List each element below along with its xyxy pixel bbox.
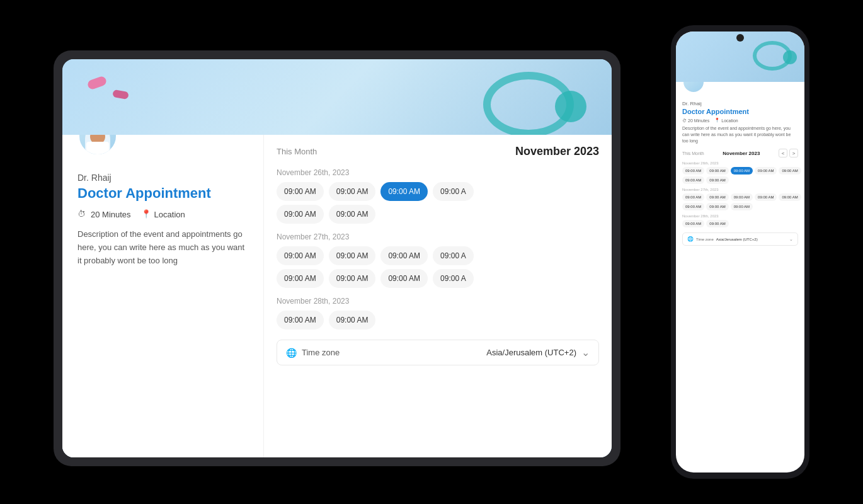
phone-slot[interactable]: 09:00 AM	[731, 193, 753, 201]
phone-calendar-header: This Month November 2023 < >	[682, 149, 798, 158]
event-description: Description of the event and appointment…	[77, 228, 248, 267]
phone-chevron-down-icon: ⌄	[789, 237, 793, 242]
time-slot[interactable]: 09:00 A	[433, 182, 474, 201]
time-slot[interactable]: 09:00 AM	[277, 311, 324, 329]
phone-location: Location	[721, 118, 738, 123]
left-panel-info: Dr. Rhaij Doctor Appointment ⏱ 20 Minute…	[77, 173, 248, 268]
phone-slots-row-2: 09:00 AM 09:00 AM	[682, 176, 798, 184]
phone-slots-row-1: 09:00 AM 09:00 AM 09:00 AM 09:00 AM 09:0…	[682, 167, 798, 175]
time-slot[interactable]: 09:00 A	[433, 269, 474, 288]
time-slots-row-3: 09:00 AM 09:00 AM 09:00 AM 09:00 A	[277, 246, 599, 265]
time-slot[interactable]: 09:00 AM	[329, 205, 376, 224]
location-meta: 📍 Location	[141, 209, 185, 219]
phone-screen: Dr. Rhaij Doctor Appointment ⏱ 20 Minute…	[676, 32, 804, 472]
time-slots-row-4: 09:00 AM 09:00 AM 09:00 AM 09:00 A	[277, 269, 599, 288]
phone-next-button[interactable]: >	[789, 149, 798, 158]
phone-slot[interactable]: 09:00 AM	[755, 193, 777, 201]
phone-slot[interactable]: 09:00 AM	[682, 220, 704, 227]
phone-nav-buttons: < >	[779, 149, 798, 158]
phone-duration: 20 Minutes	[688, 118, 709, 123]
tablet-screen: Dr. Rhaij Doctor Appointment ⏱ 20 Minute…	[62, 59, 612, 457]
phone-description: Description of the event and appointment…	[682, 125, 798, 144]
time-slot[interactable]: 09:00 AM	[329, 182, 376, 201]
phone-date-group-nov26: November 26th, 2023 09:00 AM 09:00 AM 09…	[682, 161, 798, 184]
phone-prev-button[interactable]: <	[779, 149, 787, 158]
phone-globe-icon: 🌐	[687, 236, 694, 242]
time-slot[interactable]: 09:00 A	[433, 246, 474, 265]
duration-meta: ⏱ 20 Minutes	[77, 209, 131, 219]
date-label-nov27: November 27th, 2023	[277, 232, 599, 241]
meta-row: ⏱ 20 Minutes 📍 Location	[77, 209, 248, 219]
tablet-device: Dr. Rhaij Doctor Appointment ⏱ 20 Minute…	[54, 50, 620, 466]
month-title: November 2023	[515, 145, 599, 158]
phone-slot[interactable]: 09:00 AM	[706, 167, 728, 175]
phone-slot[interactable]: 09:00 AM	[682, 203, 704, 210]
phone-clock-icon: ⏱	[682, 118, 687, 123]
time-slot[interactable]: 09:00 AM	[329, 269, 376, 288]
time-slot[interactable]: 09:00 AM	[380, 246, 428, 265]
time-slot[interactable]: 09:00 AM	[277, 182, 324, 201]
phone-date-label-nov28: November 28th, 2023	[682, 214, 798, 218]
date-group-nov26: November 26th, 2023 09:00 AM 09:00 AM 09…	[277, 168, 599, 224]
phone-date-label-nov27: November 27th, 2023	[682, 188, 798, 192]
phone-slot[interactable]: 09:00 AM	[682, 193, 704, 201]
timezone-label: Time zone	[302, 348, 481, 357]
chevron-down-icon: ⌄	[581, 346, 590, 358]
right-panel-calendar: This Month November 2023 November 26th, …	[264, 135, 612, 457]
phone-device: Dr. Rhaij Doctor Appointment ⏱ 20 Minute…	[671, 25, 809, 479]
phone-duration-meta: ⏱ 20 Minutes	[682, 118, 709, 123]
tablet-content-area: Dr. Rhaij Doctor Appointment ⏱ 20 Minute…	[62, 135, 612, 457]
scene: Dr. Rhaij Doctor Appointment ⏱ 20 Minute…	[54, 25, 809, 479]
tablet-header-image	[62, 59, 612, 135]
phone-slot[interactable]: 09:00 AM	[755, 167, 777, 175]
phone-body: Dr. Rhaij Doctor Appointment ⏱ 20 Minute…	[676, 82, 804, 472]
phone-avatar	[682, 82, 705, 93]
phone-slots-row-4: 09:00 AM 09:00 AM 09:00 AM	[682, 203, 798, 210]
phone-slot[interactable]: 09:00 AM	[706, 193, 728, 201]
date-label-nov28: November 28th, 2023	[277, 297, 599, 306]
location-label: Location	[154, 210, 185, 219]
date-group-nov27: November 27th, 2023 09:00 AM 09:00 AM 09…	[277, 232, 599, 288]
phone-slot[interactable]: 09:00 AM	[731, 203, 753, 210]
time-slots-row-2: 09:00 AM 09:00 AM	[277, 205, 599, 224]
this-month-label: This Month	[277, 147, 317, 156]
avatar-coat	[86, 142, 109, 154]
phone-slot[interactable]: 09:00 AM	[706, 176, 728, 184]
timezone-row[interactable]: 🌐 Time zone Asia/Jerusalem (UTC+2) ⌄	[277, 340, 599, 365]
phone-date-label-nov26: November 26th, 2023	[682, 161, 798, 165]
time-slot[interactable]: 09:00 AM	[277, 205, 324, 224]
phone-notch	[736, 34, 744, 42]
phone-slots-row-5: 09:00 AM 09:00 AM	[682, 220, 798, 227]
phone-slot[interactable]: 09:00 AM	[779, 193, 801, 201]
avatar	[77, 135, 118, 156]
phone-slot[interactable]: 09:00 AM	[706, 203, 728, 210]
phone-meta-row: ⏱ 20 Minutes 📍 Location	[682, 118, 798, 123]
phone-timezone-label: Time zone	[696, 238, 714, 241]
time-slot[interactable]: 09:00 AM	[277, 269, 324, 288]
phone-date-group-nov27: November 27th, 2023 09:00 AM 09:00 AM 09…	[682, 188, 798, 210]
phone-slot-selected[interactable]: 09:00 AM	[731, 167, 753, 175]
time-slots-row-5: 09:00 AM 09:00 AM	[277, 311, 599, 329]
phone-location-meta: 📍 Location	[714, 118, 738, 123]
phone-date-group-nov28: November 28th, 2023 09:00 AM 09:00 AM	[682, 214, 798, 227]
phone-slot[interactable]: 09:00 AM	[682, 167, 704, 175]
calendar-header: This Month November 2023	[277, 145, 599, 158]
time-slot[interactable]: 09:00 AM	[329, 246, 376, 265]
phone-slot[interactable]: 09:00 AM	[682, 176, 704, 184]
phone-pin-icon: 📍	[714, 118, 720, 123]
phone-slot[interactable]: 09:00 AM	[779, 167, 801, 175]
phone-timezone-row[interactable]: 🌐 Time zone Asia/Jerusalem (UTC+2) ⌄	[682, 232, 798, 246]
decorative-pill-2	[112, 89, 129, 100]
time-slot[interactable]: 09:00 AM	[329, 311, 376, 329]
time-slot[interactable]: 09:00 AM	[277, 246, 324, 265]
avatar-body	[85, 135, 110, 154]
time-slot[interactable]: 09:00 AM	[380, 269, 428, 288]
phone-slot[interactable]: 09:00 AM	[706, 220, 728, 227]
phone-doctor-name: Dr. Rhaij	[682, 101, 798, 106]
time-slot-selected[interactable]: 09:00 AM	[380, 182, 428, 201]
date-group-nov28: November 28th, 2023 09:00 AM 09:00 AM	[277, 297, 599, 329]
phone-timezone-value: Asia/Jerusalem (UTC+2)	[716, 238, 787, 241]
doctor-name: Dr. Rhaij	[77, 173, 248, 183]
event-title: Doctor Appointment	[77, 185, 248, 202]
phone-slots-row-3: 09:00 AM 09:00 AM 09:00 AM 09:00 AM 09:0…	[682, 193, 798, 201]
